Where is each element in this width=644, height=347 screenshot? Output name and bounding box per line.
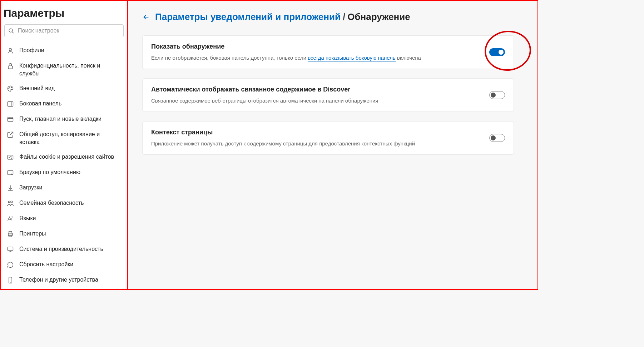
svg-point-4: [9, 88, 9, 89]
card-title: Автоматически отображать связанное содер…: [151, 86, 479, 93]
sidebar-item-sidebar[interactable]: Боковая панель: [4, 96, 124, 111]
sidebar-item-label: Принтеры: [19, 230, 46, 238]
svg-line-1: [12, 31, 14, 33]
card-content: Автоматически отображать связанное содер…: [151, 86, 489, 104]
svg-point-17: [11, 174, 13, 175]
sidebar-item-default-browser[interactable]: Браузер по умолчанию: [4, 165, 124, 180]
svg-point-13: [9, 157, 10, 158]
language-icon: [6, 215, 14, 223]
svg-point-18: [8, 201, 10, 203]
card-show-discovery: Показать обнаружение Если не отображаетс…: [142, 35, 514, 69]
always-show-sidebar-link[interactable]: всегда показывать боковую панель: [308, 55, 395, 61]
card-desc-suffix: включена: [396, 55, 421, 61]
card-description: Приложение может получать доступ к содер…: [151, 140, 479, 147]
sidebar-item-cookies[interactable]: Файлы cookie и разрешения сайтов: [4, 149, 124, 165]
download-icon: [6, 184, 14, 192]
card-desc-prefix: Если не отображается, боковая панель дос…: [151, 55, 308, 61]
sidebar-icon: [6, 100, 14, 108]
reset-icon: [6, 261, 14, 269]
system-icon: [6, 246, 14, 253]
svg-point-0: [9, 29, 13, 32]
sidebar-item-label: Телефон и другие устройства: [19, 276, 98, 284]
card-description: Если не отображается, боковая панель дос…: [151, 54, 479, 61]
sidebar-item-label: Система и производительность: [19, 245, 103, 253]
sidebar-item-share-copy-paste[interactable]: Общий доступ, копирование и вставка: [4, 127, 124, 149]
card-title: Контекст страницы: [151, 129, 479, 136]
svg-rect-22: [9, 235, 12, 237]
sidebar-item-appearance[interactable]: Внешний вид: [4, 81, 124, 96]
sidebar-item-printers[interactable]: Принтеры: [4, 226, 124, 242]
search-wrapper: [1, 24, 127, 41]
svg-rect-21: [9, 232, 12, 233]
phone-icon: [6, 276, 14, 284]
sidebar-item-reset[interactable]: Сбросить настройки: [4, 257, 124, 272]
sidebar-item-label: Семейная безопасность: [19, 199, 84, 207]
card-content: Контекст страницы Приложение может получ…: [151, 129, 489, 147]
svg-rect-12: [8, 155, 13, 160]
tab-icon: [6, 115, 14, 123]
profile-icon: [6, 47, 14, 55]
card-content: Показать обнаружение Если не отображаетс…: [151, 43, 489, 61]
nav-list: Профили Конфиденциальность, поиск и служ…: [1, 41, 127, 288]
breadcrumb: Параметры уведомлений и приложений / Обн…: [142, 11, 527, 23]
share-icon: [6, 131, 14, 139]
toggle-auto-related-content[interactable]: [489, 91, 505, 99]
sidebar-title: Параметры: [1, 7, 127, 24]
settings-cards: Показать обнаружение Если не отображаетс…: [142, 35, 514, 155]
svg-point-2: [9, 48, 12, 51]
main-content: Параметры уведомлений и приложений / Обн…: [128, 1, 538, 289]
sidebar-item-label: Общий доступ, копирование и вставка: [19, 130, 122, 146]
sidebar-item-label: Внешний вид: [19, 84, 55, 92]
breadcrumb-separator: /: [343, 11, 345, 23]
printer-icon: [6, 230, 14, 238]
svg-point-14: [11, 157, 11, 157]
sidebar-item-system[interactable]: Система и производительность: [4, 242, 124, 257]
sidebar-item-label: Пуск, главная и новые вкладки: [19, 115, 101, 123]
app-frame: Параметры Профили Конфиденциальность: [0, 0, 538, 290]
toggle-knob: [491, 93, 496, 98]
sidebar-item-downloads[interactable]: Загрузки: [4, 180, 124, 195]
cookie-icon: [6, 153, 14, 161]
back-arrow-icon[interactable]: [142, 13, 150, 21]
toggle-show-discovery[interactable]: [489, 48, 505, 56]
sidebar-item-label: Языки: [19, 214, 36, 222]
search-input[interactable]: [18, 28, 120, 34]
svg-point-15: [11, 158, 12, 159]
sidebar-item-start-home-tabs[interactable]: Пуск, главная и новые вкладки: [4, 111, 124, 127]
sidebar-item-privacy[interactable]: Конфиденциальность, поиск и службы: [4, 58, 124, 81]
toggle-page-context[interactable]: [489, 134, 505, 142]
svg-rect-3: [8, 66, 13, 69]
sidebar-item-family[interactable]: Семейная безопасность: [4, 195, 124, 211]
sidebar-item-label: Сбросить настройки: [19, 261, 73, 268]
card-auto-related-content: Автоматически отображать связанное содер…: [142, 78, 514, 112]
sidebar-item-label: Загрузки: [19, 184, 42, 192]
toggle-knob: [491, 135, 496, 140]
palette-icon: [6, 85, 14, 93]
svg-point-5: [10, 87, 10, 88]
svg-rect-7: [8, 102, 13, 106]
toggle-knob: [499, 50, 504, 55]
breadcrumb-parent-link[interactable]: Параметры уведомлений и приложений: [155, 11, 341, 23]
sidebar-item-phone-devices[interactable]: Телефон и другие устройства: [4, 272, 124, 288]
search-box[interactable]: [4, 24, 124, 37]
sidebar-item-label: Файлы cookie и разрешения сайтов: [19, 153, 114, 161]
search-icon: [8, 28, 14, 34]
card-page-context: Контекст страницы Приложение может получ…: [142, 121, 514, 155]
svg-rect-9: [8, 117, 13, 122]
sidebar-item-profiles[interactable]: Профили: [4, 43, 124, 58]
svg-point-19: [11, 201, 13, 203]
svg-rect-23: [8, 247, 13, 251]
card-title: Показать обнаружение: [151, 43, 479, 50]
lock-icon: [6, 62, 14, 70]
family-icon: [6, 199, 14, 207]
sidebar-item-label: Профили: [19, 46, 44, 54]
card-description: Связанное содержимое веб-страницы отобра…: [151, 97, 479, 104]
sidebar-item-languages[interactable]: Языки: [4, 211, 124, 226]
browser-icon: [6, 169, 14, 177]
sidebar-item-label: Боковая панель: [19, 100, 61, 108]
sidebar-item-label: Браузер по умолчанию: [19, 168, 80, 176]
sidebar-item-label: Конфиденциальность, поиск и службы: [19, 62, 122, 77]
settings-sidebar: Параметры Профили Конфиденциальность: [1, 1, 128, 289]
breadcrumb-current: Обнаружение: [347, 11, 410, 23]
svg-point-6: [11, 87, 12, 88]
